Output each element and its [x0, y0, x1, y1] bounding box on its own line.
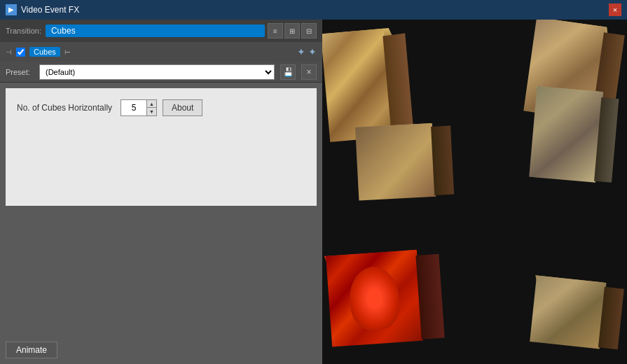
preset-clear-button[interactable]: ×: [301, 64, 317, 80]
effect-enabled-checkbox[interactable]: [16, 48, 25, 57]
cube-6: [529, 276, 627, 362]
window-title: Video Event FX: [21, 5, 79, 15]
app-icon: ▶: [6, 4, 17, 15]
preset-save-button[interactable]: 💾: [280, 64, 296, 80]
effect-tag: Cubes: [29, 47, 60, 57]
effect-name-badge: Cubes: [46, 24, 265, 37]
content-area: No. of Cubes Horizontally ▲ ▼ About: [6, 88, 317, 206]
preset-row: Preset: (Default) 💾 ×: [0, 62, 322, 83]
grid-small-button[interactable]: ⊞: [284, 23, 300, 38]
main-panel: Transition: Cubes ≡ ⊞ ⊟ ⊣ Cubes ⊢ ✦ ✦ Pr…: [0, 20, 322, 364]
toolbar-row: Transition: Cubes ≡ ⊞ ⊟: [0, 20, 322, 42]
cube-3: [355, 122, 457, 211]
spinner-up-button[interactable]: ▲: [146, 100, 156, 108]
cubes-h-label: No. of Cubes Horizontally: [17, 103, 115, 113]
title-bar: ▶ Video Event FX ×: [0, 0, 627, 20]
cube-container: [322, 20, 627, 364]
cubes-h-spinner: ▲ ▼: [120, 99, 157, 116]
anim-icon-1[interactable]: ✦: [297, 46, 305, 57]
close-button[interactable]: ×: [609, 4, 621, 16]
animate-button[interactable]: Animate: [6, 342, 57, 358]
checkbox-row: ⊣ Cubes ⊢ ✦ ✦: [0, 42, 322, 62]
cubes-h-input[interactable]: [121, 100, 146, 115]
grid-large-button[interactable]: ⊟: [301, 23, 317, 38]
transition-label: Transition:: [6, 27, 41, 35]
anim-icon-2[interactable]: ✦: [308, 46, 317, 57]
about-button[interactable]: About: [163, 99, 202, 116]
cube-4: [528, 86, 621, 195]
param-row-cubes-h: No. of Cubes Horizontally ▲ ▼ About: [17, 99, 305, 116]
chain-icon-right: ⊢: [64, 48, 71, 56]
preset-select[interactable]: (Default): [39, 64, 275, 80]
spinner-buttons: ▲ ▼: [146, 100, 156, 115]
preview-area: [322, 20, 627, 364]
preset-label: Preset:: [6, 68, 34, 76]
anim-icons: ✦ ✦: [297, 46, 317, 57]
spinner-down-button[interactable]: ▼: [146, 108, 156, 115]
list-view-button[interactable]: ≡: [268, 23, 283, 38]
chain-icon-left: ⊣: [6, 48, 12, 56]
cube-5: [326, 248, 448, 357]
toolbar-icons: ≡ ⊞ ⊟: [268, 23, 317, 38]
